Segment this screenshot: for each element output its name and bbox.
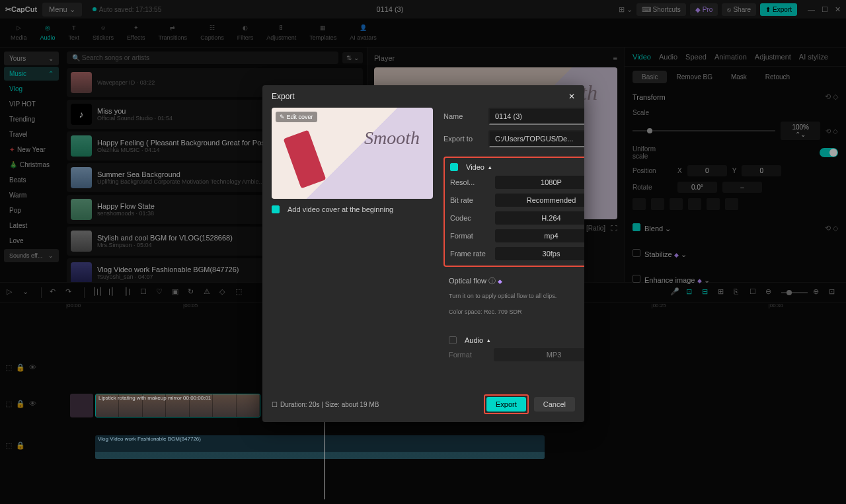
edit-cover-button[interactable]: ✎ Edit cover	[276, 112, 317, 122]
add-cover-checkbox[interactable]: Add video cover at the beginning	[272, 205, 433, 213]
close-icon[interactable]: ✕	[568, 92, 575, 101]
audio-section-title: Audio	[465, 336, 483, 344]
cancel-button[interactable]: Cancel	[534, 397, 575, 412]
video-settings-box: Video ▴ Resol...1080P Bit rateRecommende…	[443, 157, 584, 267]
colorspace: Color space: Rec. 709 SDR	[443, 307, 584, 318]
name-input[interactable]	[488, 108, 584, 125]
codec-select[interactable]: H.264	[495, 211, 584, 225]
path-input[interactable]	[488, 130, 584, 147]
export-info: ☐ Duration: 20s | Size: about 19 MB	[272, 401, 484, 408]
resolution-select[interactable]: 1080P	[495, 176, 584, 189]
export-dialog: Export ✕ ✎ Edit cover Smooth Add video c…	[262, 85, 584, 422]
format-select[interactable]: mp4	[495, 229, 584, 242]
optical-flow-desc: Turn it on to apply optical flow to all …	[443, 291, 584, 302]
video-section-title: Video	[466, 163, 484, 171]
dialog-title: Export	[272, 92, 295, 101]
fps-select[interactable]: 30fps	[495, 247, 584, 260]
cover-preview: ✎ Edit cover Smooth	[272, 108, 433, 199]
bitrate-select[interactable]: Recommended	[495, 194, 584, 207]
export-button[interactable]: Export	[486, 397, 526, 412]
audio-format-select[interactable]: MP3	[494, 348, 584, 361]
